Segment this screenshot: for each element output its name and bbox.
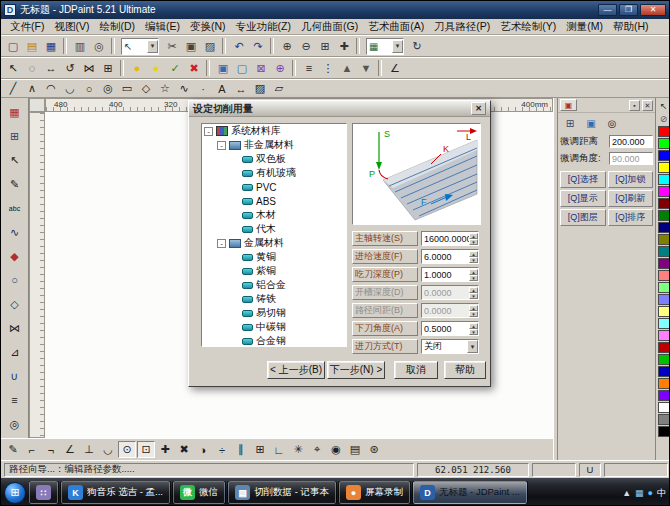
tree-item[interactable]: -系统材料库 [202, 124, 346, 138]
align-icon[interactable]: ≡ [300, 60, 318, 77]
copy-icon[interactable]: ▣ [182, 38, 200, 55]
param-input[interactable]: 16000.0000▴▾ [421, 231, 479, 246]
draw-pen-icon[interactable]: ✎ [4, 441, 22, 458]
tree-item[interactable]: -金属材料 [202, 236, 346, 250]
undo-icon[interactable]: ↶ [230, 38, 248, 55]
color-swatch[interactable] [658, 138, 670, 149]
tree-item[interactable]: -黄铜 [202, 250, 346, 264]
taskbar-app-jdpaint[interactable]: D无标题 - JDPaint ... [413, 481, 527, 504]
color-swatch[interactable] [658, 318, 670, 329]
rect-tool-icon[interactable]: ▭ [118, 80, 136, 97]
tree-expander-icon[interactable]: - [204, 127, 213, 136]
param-input[interactable]: 6.0000▴▾ [421, 249, 479, 264]
zoom-fit-icon[interactable]: ⊞ [316, 38, 334, 55]
new-file-icon[interactable]: ▢ [4, 38, 22, 55]
polyline-tool-icon[interactable]: ∧ [23, 80, 41, 97]
snap-tangent-icon[interactable]: ◡ [99, 441, 117, 458]
polygon-tool-icon[interactable]: ◇ [137, 80, 155, 97]
color-swatch[interactable] [658, 378, 670, 389]
snap-grid-icon[interactable]: ⊞ [251, 441, 269, 458]
menu-item-11[interactable]: 帮助(H) [608, 19, 654, 35]
color-swatch[interactable] [658, 234, 670, 245]
param-input[interactable]: 1.0000▴▾ [421, 267, 479, 282]
color-swatch[interactable] [658, 330, 670, 341]
print-icon[interactable]: ▥ [71, 38, 89, 55]
move-icon[interactable]: ↔ [42, 60, 60, 77]
input-panel-icon[interactable]: ▤ [346, 441, 364, 458]
polar-mode-icon[interactable]: ✳ [289, 441, 307, 458]
tree-item[interactable]: -铝合金 [202, 278, 346, 292]
color-swatch[interactable] [658, 150, 670, 161]
panel-button-1[interactable]: [Q]加锁 [608, 171, 654, 188]
snap-center-icon[interactable]: ⊙ [118, 441, 136, 458]
taskbar-app-kugou-music[interactable]: K狗音乐 选吉 - 孟... [61, 481, 170, 504]
pick-tool-icon[interactable]: ↖ [5, 149, 25, 171]
palette-no-color-icon[interactable]: ⊘ [657, 112, 670, 125]
panel-button-4[interactable]: [Q]图层 [560, 209, 606, 226]
spin-down-icon[interactable]: ▾ [469, 311, 478, 317]
group-icon[interactable]: ▣ [214, 60, 232, 77]
lasso-select-icon[interactable]: ◌ [23, 60, 41, 77]
color-swatch[interactable] [658, 402, 670, 413]
arc3-tool-icon[interactable]: ◡ [61, 80, 79, 97]
color-swatch[interactable] [658, 390, 670, 401]
panel-button-2[interactable]: [Q]显示 [560, 190, 606, 207]
menu-item-5[interactable]: 专业功能(Z) [231, 19, 296, 35]
spin-down-icon[interactable]: ▾ [469, 239, 478, 245]
snap-endpoint-icon[interactable]: ⌐ [23, 441, 41, 458]
tree-item[interactable]: -合金钢 [202, 334, 346, 347]
nudge-value-input[interactable]: 200.000 [609, 135, 653, 148]
taskbar-app-wechat[interactable]: 微微信 [173, 481, 225, 504]
color-swatch[interactable] [658, 306, 670, 317]
color-swatch[interactable] [658, 162, 670, 173]
cut-icon[interactable]: ✂ [163, 38, 181, 55]
mirror-left-icon[interactable]: ⋈ [5, 317, 25, 339]
tree-item[interactable]: -ABS [202, 194, 346, 208]
menu-item-0[interactable]: 文件(F) [5, 19, 49, 35]
arc-tool-icon[interactable]: ◠ [42, 80, 60, 97]
tree-item[interactable]: -非金属材料 [202, 138, 346, 152]
array-icon[interactable]: ⊞ [99, 60, 117, 77]
panel-button-0[interactable]: [Q]选择 [560, 171, 606, 188]
zoom-left-icon[interactable]: ◎ [5, 413, 25, 435]
start-button[interactable]: ⊞ [4, 482, 26, 504]
spinner[interactable]: ▴▾ [469, 287, 478, 299]
grid-toggle-icon[interactable]: ⊞ [5, 125, 25, 147]
color-swatch[interactable] [658, 270, 670, 281]
select-arrow-icon[interactable]: ↖ [4, 60, 22, 77]
tree-item[interactable]: -PVC [202, 180, 346, 194]
dialog-close-icon[interactable]: ✕ [471, 102, 486, 115]
discard-icon[interactable]: ✖ [185, 60, 203, 77]
snap-intersect-icon[interactable]: ✚ [156, 441, 174, 458]
snap-perpendicular-icon[interactable]: ⊥ [80, 441, 98, 458]
send-back-icon[interactable]: ▼ [357, 60, 375, 77]
tree-item[interactable]: -有机玻璃 [202, 166, 346, 180]
tree-expander-icon[interactable]: - [217, 141, 226, 150]
pan-icon[interactable]: ✚ [335, 38, 353, 55]
color-swatch[interactable] [658, 354, 670, 365]
point-tool-icon[interactable]: · [194, 80, 212, 97]
menu-item-7[interactable]: 艺术曲面(A) [363, 19, 429, 35]
ortho-mode-icon[interactable]: ∟ [270, 441, 288, 458]
tray-display-icon[interactable]: ▦ [635, 488, 644, 498]
apply-icon[interactable]: ✓ [166, 60, 184, 77]
palette-pick-icon[interactable]: ↖ [657, 99, 670, 112]
panel-button-3[interactable]: [Q]刷新 [608, 190, 654, 207]
hatch-tool-icon[interactable]: ▨ [251, 80, 269, 97]
close-button[interactable]: ✕ [640, 4, 666, 16]
spinner[interactable]: ▴▾ [469, 251, 478, 263]
light-bulb-icon[interactable]: ● [128, 60, 146, 77]
menu-item-8[interactable]: 刀具路径(P) [429, 19, 495, 35]
maximize-button[interactable]: ❐ [619, 4, 638, 16]
snap-midpoint-icon[interactable]: ÷ [213, 441, 231, 458]
snap-angle-icon[interactable]: ∠ [61, 441, 79, 458]
taskbar-app-screen-recorder[interactable]: ●屏幕录制 [339, 481, 410, 504]
redo-icon[interactable]: ↷ [249, 38, 267, 55]
paste-icon[interactable]: ▨ [201, 38, 219, 55]
menu-item-4[interactable]: 变换(N) [185, 19, 231, 35]
tree-expander-icon[interactable]: - [217, 239, 226, 248]
dialog-button-0[interactable]: < 上一步(B) [267, 361, 325, 379]
measure-angle-icon[interactable]: ∠ [386, 60, 404, 77]
tree-item[interactable]: -木材 [202, 208, 346, 222]
param-input[interactable]: 关闭▾ [421, 339, 479, 354]
